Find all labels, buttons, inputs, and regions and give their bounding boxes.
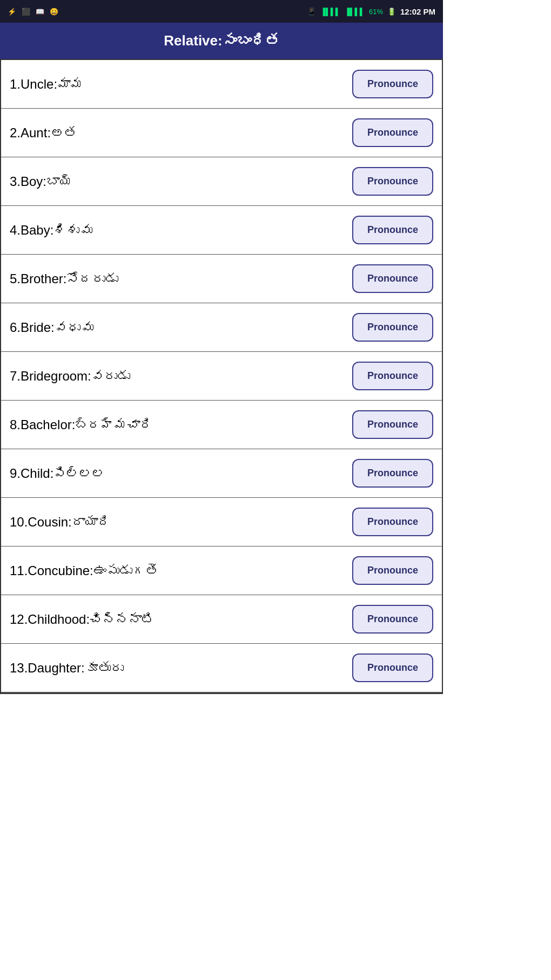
list-item: 9.Child:పిల్లలPronounce [1, 449, 442, 498]
usb-icon: ⚡ [8, 8, 16, 16]
row-text-3: 3.Boy:బాయ్ [10, 173, 346, 190]
page-header: Relative:సంబంధిత [0, 23, 443, 59]
pronounce-button-5[interactable]: Pronounce [352, 264, 433, 293]
pronounce-button-3[interactable]: Pronounce [352, 167, 433, 196]
list-item: 7.Bridegroom:వరుడుPronounce [1, 352, 442, 401]
row-text-6: 6.Bride:వధువు [10, 319, 346, 336]
list-item: 1.Uncle:మామPronounce [1, 60, 442, 109]
row-text-12: 12.Childhood:చిన్ననాటి [10, 611, 346, 628]
pronounce-button-4[interactable]: Pronounce [352, 216, 433, 244]
list-item: 11.Concubine:ఉంపుడుగతెPronounce [1, 546, 442, 595]
row-text-11: 11.Concubine:ఉంపుడుగతె [10, 562, 346, 579]
battery-icon: 🔋 [387, 8, 396, 16]
pronounce-button-12[interactable]: Pronounce [352, 605, 433, 634]
signal-icon-2: ▐▌▌▌ [345, 8, 365, 16]
list-item: 6.Bride:వధువుPronounce [1, 303, 442, 352]
row-text-4: 4.Baby:శిశువు [10, 222, 346, 238]
image-icon: ⬛ [22, 8, 30, 16]
list-item: 3.Boy:బాయ్Pronounce [1, 157, 442, 206]
pronounce-button-1[interactable]: Pronounce [352, 70, 433, 98]
list-item: 8.Bachelor:బ్రహ్మచారిPronounce [1, 401, 442, 449]
row-text-7: 7.Bridegroom:వరుడు [10, 368, 346, 384]
status-icons-right: 📱 ▐▌▌▌ ▐▌▌▌ 61% 🔋 12:02 PM [307, 7, 435, 16]
phone-icon: 📱 [307, 8, 316, 16]
row-text-8: 8.Bachelor:బ్రహ్మచారి [10, 416, 346, 433]
status-bar: ⚡ ⬛ 📖 😀 📱 ▐▌▌▌ ▐▌▌▌ 61% 🔋 12:02 PM [0, 0, 443, 23]
list-item: 12.Childhood:చిన్ననాటిPronounce [1, 595, 442, 644]
row-text-1: 1.Uncle:మామ [10, 76, 346, 92]
list-item: 5.Brother:సోదరుడుPronounce [1, 255, 442, 303]
list-item: 13.Daughter:కూతురుPronounce [1, 644, 442, 693]
time-display: 12:02 PM [400, 7, 435, 16]
battery-text: 61% [369, 8, 383, 16]
pronounce-button-8[interactable]: Pronounce [352, 410, 433, 439]
pronounce-button-6[interactable]: Pronounce [352, 313, 433, 342]
pronounce-button-11[interactable]: Pronounce [352, 556, 433, 585]
book-icon: 📖 [36, 8, 44, 16]
signal-icon-1: ▐▌▌▌ [320, 8, 340, 16]
row-text-5: 5.Brother:సోదరుడు [10, 270, 346, 287]
row-text-9: 9.Child:పిల్లల [10, 465, 346, 482]
row-text-10: 10.Cousin:దాయాది [10, 514, 346, 530]
list-item: 4.Baby:శిశువుPronounce [1, 206, 442, 255]
pronounce-button-7[interactable]: Pronounce [352, 362, 433, 390]
header-title: Relative:సంబంధిత [164, 32, 279, 49]
face-icon: 😀 [50, 8, 58, 16]
row-text-13: 13.Daughter:కూతురు [10, 659, 346, 676]
list-item: 2.Aunt:అతPronounce [1, 109, 442, 157]
status-icons-left: ⚡ ⬛ 📖 😀 [8, 8, 58, 16]
pronounce-button-13[interactable]: Pronounce [352, 654, 433, 682]
pronounce-button-10[interactable]: Pronounce [352, 508, 433, 536]
row-text-2: 2.Aunt:అత [10, 124, 346, 141]
pronounce-button-2[interactable]: Pronounce [352, 118, 433, 147]
list-item: 10.Cousin:దాయాదిPronounce [1, 498, 442, 546]
word-list: 1.Uncle:మామPronounce2.Aunt:అతPronounce3.… [0, 59, 443, 694]
pronounce-button-9[interactable]: Pronounce [352, 459, 433, 488]
